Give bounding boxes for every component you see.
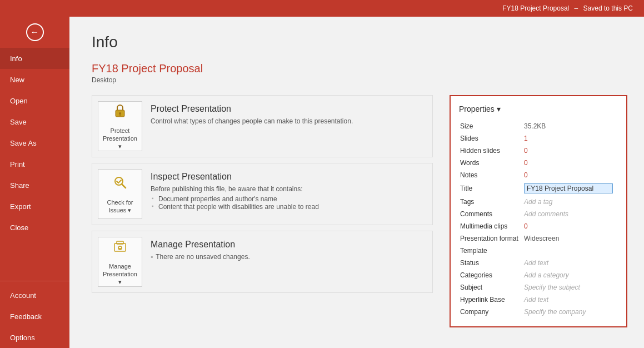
prop-value[interactable] [523,181,618,196]
prop-value: 0 [523,145,618,157]
inspect-desc: Before publishing this file, be aware th… [151,185,427,193]
protect-title: Protect Presentation [151,104,427,114]
prop-row-tags: TagsAdd a tag [459,196,618,208]
prop-label: Slides [459,132,523,145]
prop-label: Company [459,306,523,318]
top-bar: FY18 Project Proposal – Saved to this PC [0,0,644,17]
prop-row-comments: CommentsAdd comments [459,208,618,220]
prop-value: 0 [523,220,618,232]
file-name: FY18 Project Proposal [92,62,627,75]
sidebar-item-close[interactable]: Close [0,217,69,238]
sidebar: ← Info New Open Save Save As Print Share… [0,17,69,348]
back-button[interactable]: ← [0,17,69,48]
sidebar-item-save-as[interactable]: Save As [0,132,69,153]
protect-icon-box[interactable]: ProtectPresentation ▾ [98,101,142,151]
sidebar-label-info: Info [10,54,22,63]
properties-title: Properties ▾ [459,105,501,113]
sections: ProtectPresentation ▾ Protect Presentati… [92,95,433,337]
svg-point-1 [119,112,121,115]
sidebar-item-open[interactable]: Open [0,90,69,111]
inspect-icon-box[interactable]: Check forIssues ▾ [98,169,142,219]
properties-panel: Properties ▾ Size35.2KBSlides1Hidden sli… [450,95,627,327]
prop-label: Comments [459,208,523,220]
sidebar-item-info[interactable]: Info [0,48,69,69]
top-bar-separator: – [572,4,580,12]
prop-row-hyperlink-base: Hyperlink BaseAdd text [459,294,618,306]
prop-value[interactable]: Specify the subject [523,281,618,294]
sidebar-label-save-as: Save As [10,139,37,147]
properties-table: Size35.2KBSlides1Hidden slides0Words0Not… [459,120,618,318]
prop-label: Presentation format [459,232,523,245]
sidebar-item-new[interactable]: New [0,69,69,90]
check-icon-label: Check forIssues ▾ [107,198,133,215]
bullet-1: Document properties and author's name [151,195,427,203]
inspect-title: Inspect Presentation [151,172,427,182]
sidebar-label-export: Export [10,202,31,211]
sidebar-item-options[interactable]: Options [0,327,69,348]
sidebar-label-close: Close [10,223,28,232]
prop-row-company: CompanySpecify the company [459,306,618,318]
svg-line-4 [122,184,126,188]
prop-row-template: Template [459,245,618,257]
file-location: Desktop [92,76,627,84]
sidebar-item-save[interactable]: Save [0,111,69,132]
prop-value[interactable]: Add a tag [523,196,618,208]
prop-label: Tags [459,196,523,208]
sidebar-label-print: Print [10,160,25,168]
protect-desc: Control what types of changes people can… [151,117,427,125]
manage-text: Manage Presentation ▪There are no unsave… [151,237,427,263]
svg-rect-6 [117,241,123,244]
prop-row-words: Words0 [459,157,618,169]
prop-value[interactable]: Add text [523,294,618,306]
manage-desc: ▪There are no unsaved changes. [151,253,427,261]
sidebar-item-print[interactable]: Print [0,153,69,175]
inspect-bullets: Document properties and author's name Co… [151,195,427,211]
prop-value: 35.2KB [523,120,618,132]
prop-value[interactable]: Add comments [523,208,618,220]
prop-row-presentation-format: Presentation formatWidescreen [459,232,618,245]
protect-section: ProtectPresentation ▾ Protect Presentati… [92,95,433,157]
prop-label: Multimedia clips [459,220,523,232]
sidebar-label-new: New [10,76,24,84]
sidebar-item-feedback[interactable]: Feedback [0,306,69,327]
sidebar-label-save: Save [10,118,27,126]
prop-value[interactable]: Add text [523,257,618,269]
top-bar-filename: FY18 Project Proposal [502,4,569,12]
prop-label: Words [459,157,523,169]
svg-rect-5 [114,243,126,251]
prop-value: Widescreen [523,232,618,245]
sidebar-item-share[interactable]: Share [0,175,69,196]
title-input[interactable] [524,183,613,193]
inspect-section: Check forIssues ▾ Inspect Presentation B… [92,163,433,225]
prop-value[interactable]: Specify the company [523,306,618,318]
prop-row-title: Title [459,181,618,196]
prop-row-size: Size35.2KB [459,120,618,132]
sidebar-label-account: Account [10,291,36,300]
sidebar-item-account[interactable]: Account [0,285,69,306]
check-icon [111,174,129,196]
prop-value: 1 [523,132,618,145]
prop-value [523,245,618,257]
prop-row-notes: Notes0 [459,169,618,181]
manage-icon [111,238,129,260]
prop-label: Hyperlink Base [459,294,523,306]
properties-header[interactable]: Properties ▾ [459,105,618,113]
sidebar-label-feedback: Feedback [10,312,42,321]
prop-label: Notes [459,169,523,181]
prop-label: Status [459,257,523,269]
sections-and-props: ProtectPresentation ▾ Protect Presentati… [92,95,627,337]
prop-value[interactable]: Add a category [523,269,618,281]
prop-value: 0 [523,157,618,169]
sidebar-label-options: Options [10,334,35,342]
manage-icon-box[interactable]: ManagePresentation ▾ [98,237,142,287]
prop-row-categories: CategoriesAdd a category [459,269,618,281]
sidebar-item-export[interactable]: Export [0,196,69,217]
back-icon: ← [26,23,44,41]
prop-label: Subject [459,281,523,294]
prop-row-status: StatusAdd text [459,257,618,269]
page-title: Info [92,33,627,51]
prop-value: 0 [523,169,618,181]
sidebar-label-share: Share [10,181,29,190]
sidebar-label-open: Open [10,97,28,105]
prop-label: Template [459,245,523,257]
